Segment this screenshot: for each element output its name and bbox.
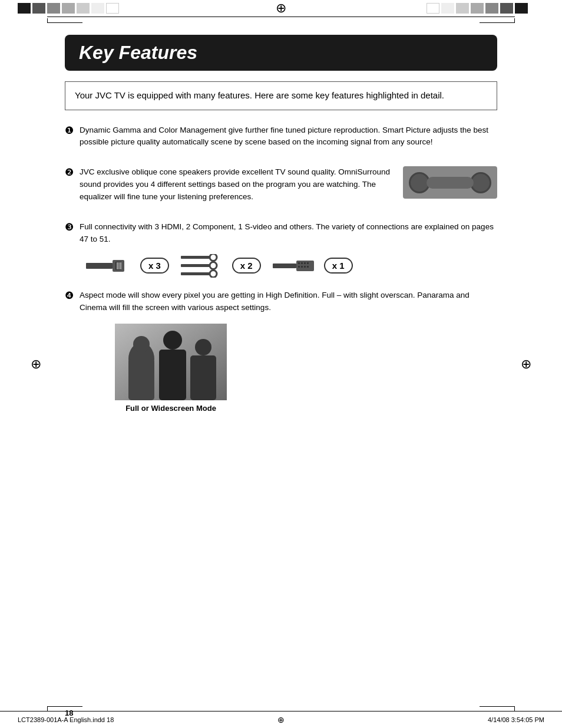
color-block xyxy=(485,3,498,14)
footer-timestamp: 4/14/08 3:54:05 PM xyxy=(285,716,544,723)
main-content: Key Features Your JVC TV is equipped wit… xyxy=(0,29,562,424)
svg-rect-17 xyxy=(307,262,309,264)
top-registration-bar: ⊕ xyxy=(0,0,562,17)
svg-point-27 xyxy=(163,331,182,350)
svg-rect-5 xyxy=(120,262,121,269)
feature-3-text-row: ❸ Full connectivity with 3 HDMI, 2 Compo… xyxy=(65,221,497,246)
title-box: Key Features xyxy=(65,35,497,71)
right-crosshair: ⊕ xyxy=(521,357,531,372)
feature-text-3: Full connectivity with 3 HDMI, 2 Compone… xyxy=(80,221,497,246)
svg-rect-12 xyxy=(273,263,296,268)
feature-number-3: ❸ xyxy=(65,221,74,233)
footer-crosshair: ⊕ xyxy=(277,715,285,724)
svg-point-7 xyxy=(210,254,217,261)
color-block xyxy=(18,3,31,14)
widescreen-scene-svg xyxy=(115,324,227,400)
intro-box: Your JVC TV is equipped with many featur… xyxy=(65,81,497,110)
svg-rect-30 xyxy=(190,355,216,400)
feature-2-content: JVC exclusive oblique cone speakers prov… xyxy=(80,166,497,203)
component-svg xyxy=(181,254,225,278)
svideo-svg xyxy=(273,259,317,272)
svideo-connector-group: x 1 xyxy=(273,258,353,274)
svg-rect-28 xyxy=(159,350,186,400)
color-block xyxy=(91,3,104,14)
svg-rect-10 xyxy=(181,272,210,275)
color-strip-left xyxy=(18,3,135,14)
svg-rect-19 xyxy=(301,266,303,268)
svg-rect-20 xyxy=(304,266,306,268)
widescreen-image xyxy=(115,324,227,400)
feature-number-1: ❶ xyxy=(65,124,74,137)
page-title: Key Features xyxy=(79,42,483,64)
component-icon xyxy=(181,254,225,278)
color-block xyxy=(441,3,454,14)
svg-point-29 xyxy=(195,339,211,355)
svg-rect-15 xyxy=(301,262,303,264)
left-crosshair: ⊕ xyxy=(31,357,41,372)
svg-rect-18 xyxy=(298,266,300,268)
feature-4-text-row: ❹ Aspect mode will show every pixel you … xyxy=(65,289,497,314)
color-block xyxy=(515,3,528,14)
color-block xyxy=(62,3,75,14)
feature-item-1: ❶ Dynamic Gamma and Color Management giv… xyxy=(65,124,497,149)
hdmi-connector-group: x 3 xyxy=(86,257,169,275)
color-block xyxy=(106,3,119,14)
footer-filename: LCT2389-001A-A English.indd 18 xyxy=(18,716,277,723)
speaker-center-piece xyxy=(427,177,474,189)
footer-rule-left xyxy=(47,706,82,711)
color-block xyxy=(47,3,60,14)
connectivity-row: x 3 x 2 xyxy=(86,254,497,278)
svg-rect-21 xyxy=(307,266,309,268)
feature-item-2: ❷ JVC exclusive oblique cone speakers pr… xyxy=(65,166,497,203)
svg-rect-8 xyxy=(181,264,210,267)
svg-rect-4 xyxy=(118,262,120,269)
hdmi-icon xyxy=(86,257,133,275)
svg-point-9 xyxy=(210,262,217,269)
component-count-badge: x 2 xyxy=(232,258,261,274)
svg-rect-3 xyxy=(117,262,118,269)
feature-text-2: JVC exclusive oblique cone speakers prov… xyxy=(80,166,391,203)
feature-item-3: ❸ Full connectivity with 3 HDMI, 2 Compo… xyxy=(65,221,497,278)
hdmi-svg xyxy=(86,257,133,275)
hdmi-count-badge: x 3 xyxy=(140,258,169,274)
top-rule-container xyxy=(0,17,562,23)
color-block xyxy=(456,3,469,14)
feature-number-4: ❹ xyxy=(65,289,74,302)
svg-rect-26 xyxy=(128,359,154,400)
svideo-icon xyxy=(273,259,317,272)
svg-rect-0 xyxy=(86,263,113,269)
svg-rect-16 xyxy=(304,262,306,264)
color-block xyxy=(32,3,45,14)
footer-rule-right xyxy=(480,706,515,711)
svg-rect-14 xyxy=(298,262,300,264)
speaker-image xyxy=(403,166,497,199)
color-block xyxy=(471,3,484,14)
top-rule xyxy=(47,17,515,23)
svg-rect-6 xyxy=(181,256,210,259)
component-connector-group: x 2 xyxy=(181,254,261,278)
color-block xyxy=(500,3,513,14)
color-block xyxy=(77,3,90,14)
feature-text-1: Dynamic Gamma and Color Management give … xyxy=(80,124,497,149)
color-strip-right xyxy=(427,3,544,14)
svg-point-11 xyxy=(210,270,217,277)
svideo-count-badge: x 1 xyxy=(324,258,353,274)
feature-text-4: Aspect mode will show every pixel you ar… xyxy=(80,289,497,314)
feature-item-4: ❹ Aspect mode will show every pixel you … xyxy=(65,289,497,413)
footer-bar: LCT2389-001A-A English.indd 18 ⊕ 4/14/08… xyxy=(0,711,562,728)
speaker-illustration xyxy=(403,166,497,199)
widescreen-caption: Full or Widescreen Mode xyxy=(125,404,216,413)
center-crosshair-top: ⊕ xyxy=(276,1,286,16)
svg-point-25 xyxy=(133,336,150,353)
intro-text: Your JVC TV is equipped with many featur… xyxy=(75,89,487,103)
color-block xyxy=(427,3,439,14)
widescreen-wrap: Full or Widescreen Mode xyxy=(112,324,230,413)
feature-number-2: ❷ xyxy=(65,166,74,179)
